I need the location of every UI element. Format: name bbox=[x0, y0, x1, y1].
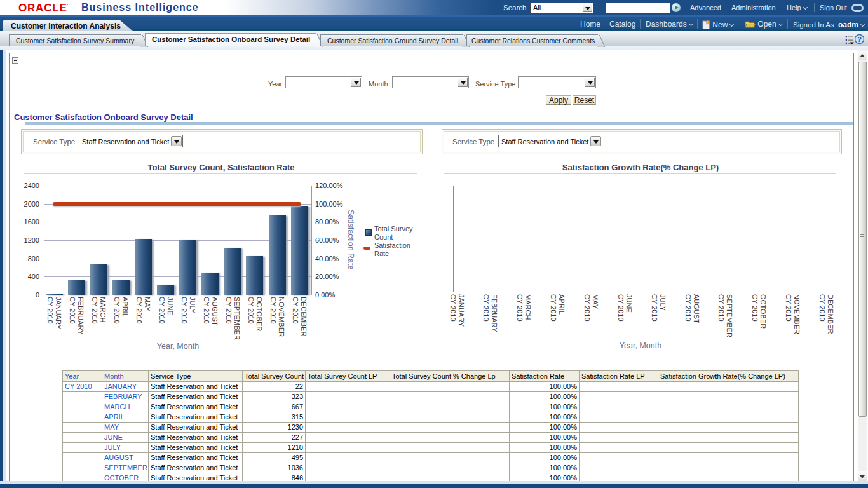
svg-text:?: ? bbox=[857, 36, 862, 43]
